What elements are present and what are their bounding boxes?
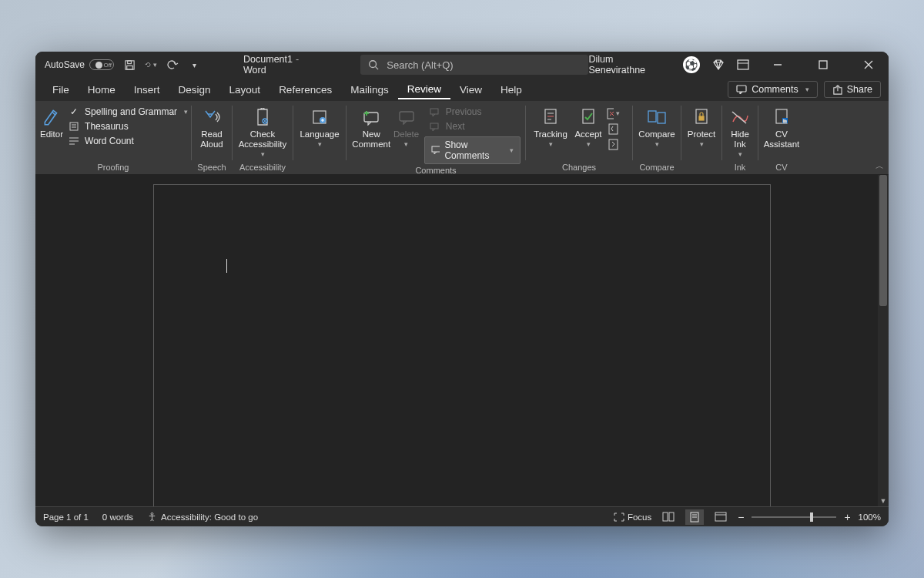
cv-icon: in bbox=[774, 107, 789, 127]
editor-button[interactable]: Editor bbox=[40, 104, 63, 139]
maximize-button[interactable] bbox=[807, 52, 840, 78]
compare-button[interactable]: Compare▾ bbox=[638, 104, 676, 149]
zoom-slider[interactable] bbox=[752, 516, 836, 518]
zoom-in-button[interactable]: + bbox=[844, 511, 850, 523]
svg-rect-32 bbox=[609, 124, 618, 134]
next-change-button[interactable] bbox=[606, 137, 620, 151]
minimize-button[interactable] bbox=[762, 52, 795, 78]
tab-insert[interactable]: Insert bbox=[125, 81, 169, 99]
svg-rect-35 bbox=[658, 113, 665, 123]
svg-point-3 bbox=[370, 61, 377, 68]
group-label-proofing: Proofing bbox=[35, 161, 191, 174]
next-comment-button[interactable]: Next bbox=[424, 120, 521, 133]
svg-rect-2 bbox=[126, 66, 132, 69]
collapse-ribbon-icon[interactable]: ︿ bbox=[875, 160, 884, 172]
tab-layout[interactable]: Layout bbox=[220, 81, 270, 99]
page-indicator[interactable]: Page 1 of 1 bbox=[43, 512, 89, 522]
avatar[interactable]: ⚽ bbox=[683, 56, 700, 73]
window-title: Document1-Word bbox=[243, 54, 323, 76]
hide-ink-button[interactable]: Hide Ink▾ bbox=[727, 104, 753, 159]
reject-button[interactable]: ▾ bbox=[606, 106, 620, 120]
word-count-button[interactable]: Word Count bbox=[63, 135, 192, 147]
zoom-level[interactable]: 100% bbox=[859, 512, 881, 522]
svg-rect-22 bbox=[400, 112, 413, 121]
tab-file[interactable]: File bbox=[43, 81, 79, 99]
svg-rect-30 bbox=[583, 109, 594, 123]
comments-button[interactable]: Comments▾ bbox=[728, 81, 817, 98]
ribbon: Editor ✓Spelling and Grammar▾ Thesaurus … bbox=[35, 101, 889, 175]
editor-icon bbox=[42, 107, 62, 127]
qat-customize-icon[interactable]: ▾ bbox=[188, 59, 200, 71]
user-name[interactable]: Dilum Senevirathne bbox=[588, 54, 671, 76]
tab-mailings[interactable]: Mailings bbox=[341, 81, 398, 99]
accept-icon bbox=[581, 107, 596, 127]
previous-comment-button[interactable]: Previous bbox=[424, 106, 521, 118]
tab-review[interactable]: Review bbox=[398, 80, 450, 99]
autosave-label: AutoSave bbox=[45, 59, 85, 70]
new-comment-icon bbox=[362, 107, 380, 127]
word-window: AutoSave Off ▾ ▾ Document1-Word Search (… bbox=[35, 52, 889, 526]
scroll-thumb[interactable] bbox=[879, 175, 887, 306]
ribbon-display-icon[interactable] bbox=[737, 59, 749, 70]
delete-comment-button[interactable]: Delete▾ bbox=[391, 104, 420, 149]
tracking-button[interactable]: Tracking▾ bbox=[531, 104, 571, 149]
language-icon bbox=[311, 107, 328, 127]
text-cursor bbox=[226, 259, 227, 273]
tab-home[interactable]: Home bbox=[79, 81, 125, 99]
ink-icon bbox=[731, 107, 749, 127]
tab-view[interactable]: View bbox=[450, 81, 491, 99]
group-label-cv: CV bbox=[758, 161, 805, 174]
tab-references[interactable]: References bbox=[270, 81, 341, 99]
read-aloud-button[interactable]: Read Aloud bbox=[196, 104, 227, 150]
zoom-out-button[interactable]: − bbox=[738, 511, 744, 523]
check-accessibility-button[interactable]: Check Accessibility▾ bbox=[237, 104, 288, 159]
cv-assistant-button[interactable]: in CV Assistant bbox=[763, 104, 800, 150]
diamond-icon[interactable] bbox=[712, 59, 725, 70]
tab-design[interactable]: Design bbox=[169, 81, 220, 99]
svg-rect-34 bbox=[648, 111, 656, 122]
status-bar: Page 1 of 1 0 words Accessibility: Good … bbox=[35, 506, 889, 526]
new-comment-button[interactable]: New Comment bbox=[351, 104, 391, 150]
protect-icon bbox=[694, 107, 709, 127]
read-mode-button[interactable] bbox=[659, 509, 678, 525]
undo-icon[interactable]: ▾ bbox=[145, 59, 157, 71]
search-input[interactable]: Search (Alt+Q) bbox=[360, 55, 588, 75]
delete-comment-icon bbox=[398, 107, 415, 127]
word-count[interactable]: 0 words bbox=[102, 512, 133, 522]
page[interactable] bbox=[153, 184, 771, 506]
print-layout-button[interactable] bbox=[685, 509, 704, 525]
show-comments-button[interactable]: Show Comments▾ bbox=[424, 136, 521, 164]
spelling-grammar-button[interactable]: ✓Spelling and Grammar▾ bbox=[63, 106, 192, 118]
focus-button[interactable]: Focus bbox=[614, 512, 651, 522]
group-label-changes: Changes bbox=[526, 161, 632, 174]
tab-help[interactable]: Help bbox=[491, 81, 531, 99]
svg-rect-37 bbox=[699, 116, 704, 120]
accessibility-icon bbox=[254, 107, 271, 127]
language-button[interactable]: Language▾ bbox=[298, 104, 341, 149]
accept-button[interactable]: Accept▾ bbox=[571, 104, 606, 149]
save-icon[interactable] bbox=[123, 59, 136, 71]
comment-icon bbox=[431, 146, 440, 155]
ribbon-tabs: File Home Insert Design Layout Reference… bbox=[35, 78, 889, 101]
document-area[interactable]: ▲ ▼ bbox=[35, 175, 889, 506]
share-icon bbox=[832, 85, 842, 95]
previous-icon bbox=[429, 107, 441, 116]
thesaurus-button[interactable]: Thesaurus bbox=[63, 120, 192, 133]
accessibility-status[interactable]: Accessibility: Good to go bbox=[147, 512, 258, 522]
previous-change-button[interactable] bbox=[606, 122, 620, 136]
autosave-toggle[interactable]: AutoSave Off bbox=[45, 59, 114, 70]
protect-button[interactable]: Protect▾ bbox=[686, 104, 717, 149]
compare-icon bbox=[647, 107, 667, 127]
share-button[interactable]: Share bbox=[824, 81, 881, 98]
group-label-accessibility: Accessibility bbox=[233, 161, 293, 174]
svg-rect-8 bbox=[819, 61, 827, 69]
redo-icon[interactable] bbox=[166, 59, 179, 71]
search-icon bbox=[368, 59, 379, 70]
web-layout-button[interactable] bbox=[711, 509, 730, 525]
vertical-scrollbar[interactable]: ▲ ▼ bbox=[878, 175, 889, 506]
title-bar: AutoSave Off ▾ ▾ Document1-Word Search (… bbox=[35, 52, 889, 78]
svg-rect-24 bbox=[430, 123, 438, 129]
group-label-compare: Compare bbox=[633, 161, 681, 174]
scroll-down-icon[interactable]: ▼ bbox=[878, 497, 889, 505]
close-button[interactable] bbox=[852, 52, 886, 78]
